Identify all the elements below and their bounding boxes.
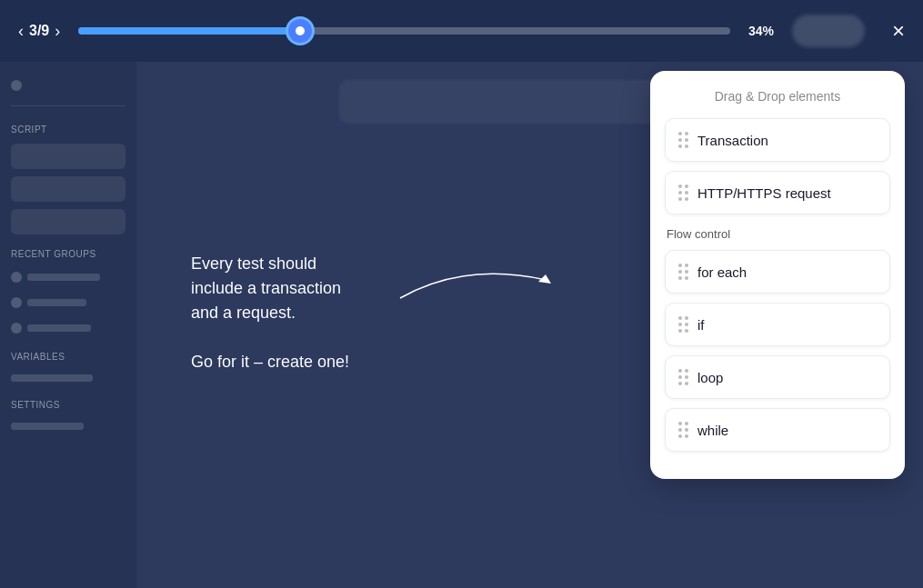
sidebar-item-2[interactable] <box>11 176 125 202</box>
sidebar-settings-1 <box>11 419 125 434</box>
progress-bar-fill <box>78 27 300 35</box>
dnd-item-if[interactable]: if <box>665 303 890 346</box>
sidebar-section-recent: Recent groups <box>11 249 125 259</box>
sidebar: Script Recent groups Variables Settings <box>0 62 136 588</box>
sidebar-var-1 <box>11 371 125 385</box>
dnd-item-loop[interactable]: loop <box>665 355 890 399</box>
nav-arrows: ‹ 3/9 › <box>18 22 60 41</box>
step-indicator: 3/9 <box>29 23 49 39</box>
dnd-panel: Drag & Drop elements Transaction <box>650 71 905 479</box>
close-button[interactable]: × <box>892 20 905 42</box>
dnd-item-http-label: HTTP/HTTPS request <box>697 185 831 201</box>
sidebar-top-icon <box>11 76 125 95</box>
sidebar-recent-2 <box>11 294 125 312</box>
drag-handle-loop <box>678 369 688 385</box>
sidebar-recent-3 <box>11 319 125 337</box>
callout-line2: Go for it – create one! <box>191 350 349 374</box>
next-arrow[interactable]: › <box>55 22 60 41</box>
progress-circle-indicator <box>286 16 315 45</box>
progress-percent-label: 34% <box>748 24 774 38</box>
sidebar-section-settings: Settings <box>11 400 125 410</box>
sidebar-section-variables: Variables <box>11 352 125 362</box>
prev-arrow[interactable]: ‹ <box>18 22 24 41</box>
progress-container: 34% <box>78 24 774 38</box>
sidebar-section-script: Script <box>11 125 125 135</box>
drag-handle-foreach <box>678 264 688 280</box>
callout-text-block: Every test shouldinclude a transactionan… <box>191 252 349 374</box>
content-area: Every test shouldinclude a transactionan… <box>136 62 923 588</box>
dnd-panel-title: Drag & Drop elements <box>665 89 890 104</box>
dnd-item-loop-label: loop <box>697 370 723 385</box>
sidebar-item-3[interactable] <box>11 209 125 234</box>
dnd-item-transaction-label: Transaction <box>697 133 768 148</box>
main-area: Script Recent groups Variables Settings <box>0 62 923 588</box>
svg-marker-0 <box>538 274 551 284</box>
dnd-item-if-label: if <box>697 317 705 333</box>
drag-handle-if <box>678 316 688 333</box>
sidebar-item-1[interactable] <box>11 144 125 169</box>
progress-bar-background <box>78 27 730 35</box>
dnd-item-foreach[interactable]: for each <box>665 250 890 294</box>
drag-handle-while <box>678 422 688 438</box>
dnd-item-transaction[interactable]: Transaction <box>665 118 890 162</box>
dnd-item-while[interactable]: while <box>665 408 890 452</box>
user-avatar-blurred <box>792 15 865 47</box>
top-bar: ‹ 3/9 › 34% × <box>0 0 923 62</box>
sidebar-recent-1 <box>11 268 125 286</box>
progress-circle-inner <box>296 26 305 35</box>
callout-line1: Every test shouldinclude a transactionan… <box>191 252 349 325</box>
drag-handle-http <box>678 184 688 201</box>
dnd-item-http[interactable]: HTTP/HTTPS request <box>665 171 890 214</box>
flow-control-section-label: Flow control <box>667 227 890 241</box>
drag-handle-transaction <box>678 132 688 148</box>
dnd-item-foreach-label: for each <box>697 264 747 280</box>
callout-arrow <box>391 244 573 316</box>
dnd-item-while-label: while <box>697 423 728 438</box>
